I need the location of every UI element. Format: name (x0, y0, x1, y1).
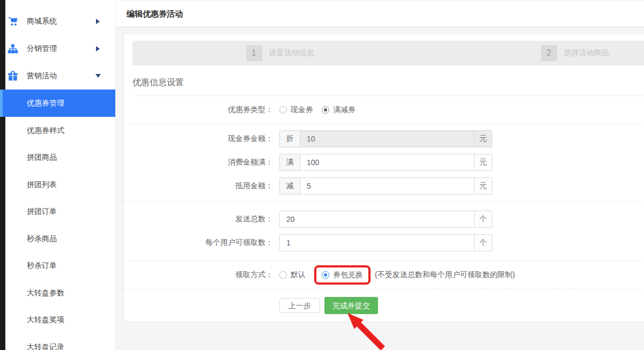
sidebar-menu: 商城系统 分销管理 (0, 0, 115, 350)
sidebar-item-marketing[interactable]: 营销活动 (5, 62, 115, 90)
page-title: 编辑优惠券活动 (127, 1, 183, 27)
coupon-type-row: 优惠券类型： 现金券 满减券 (124, 96, 644, 124)
prefix-addon: 满 (280, 154, 300, 170)
sidebar-item-coupon-style[interactable]: 优惠券样式 (5, 117, 115, 144)
radio-circle-icon (279, 106, 287, 114)
step-1: 1 设置活动信息 (132, 45, 427, 61)
step-2-label: 选择活动商品 (564, 48, 609, 58)
cart-icon (8, 16, 18, 27)
radio-package-exchange[interactable]: 券包兑换 (322, 270, 363, 280)
spend-threshold-label: 消费金额满： (124, 158, 273, 167)
sitemap-icon (8, 43, 18, 54)
sidebar-item-coupon-manage[interactable]: 优惠券管理 (0, 90, 115, 117)
spend-threshold-input[interactable] (300, 154, 474, 170)
chevron-right-icon (96, 46, 100, 51)
spend-threshold-group: 满 元 (279, 154, 492, 171)
send-total-row: 发送总数： 个 (124, 211, 644, 228)
send-total-label: 发送总数： (124, 214, 273, 224)
sidebar-item-seckill-orders[interactable]: 秒杀订单 (5, 252, 115, 279)
receive-method-row: 领取方式： 默认 券包兑换 (不受发送总数和每个用户可领取数的限制) (124, 261, 644, 289)
content-header: 编辑优惠券活动 (116, 0, 644, 27)
per-user-limit-group: 个 (279, 234, 492, 251)
cash-amount-label: 现金券金额： (124, 134, 273, 144)
sidebar-item-groupbuy-list[interactable]: 拼团列表 (5, 171, 115, 198)
highlight-box-annotation: 券包兑换 (314, 265, 371, 285)
radio-circle-icon (279, 271, 287, 279)
cash-amount-row: 现金券金额： 折 元 (124, 130, 644, 147)
sidebar-item-wheel-records[interactable]: 大转盘记录 (5, 333, 115, 350)
submit-button[interactable]: 完成并提交 (324, 297, 378, 314)
radio-cash-coupon[interactable]: 现金券 (279, 105, 313, 115)
deduct-amount-label: 抵用金额： (124, 181, 273, 191)
step-1-label: 设置活动信息 (269, 48, 314, 58)
spend-threshold-row: 消费金额满： 满 元 (124, 154, 644, 171)
radio-circle-icon (322, 271, 329, 279)
sidebar-item-seckill-goods[interactable]: 秒杀商品 (5, 225, 115, 252)
sidebar-item-distribution[interactable]: 分销管理 (5, 35, 115, 62)
coupon-type-label: 优惠券类型： (124, 105, 273, 115)
unit-addon: 元 (474, 131, 492, 147)
coupon-edit-page: { "page": { "title": "编辑优惠券活动" }, "sideb… (0, 0, 644, 350)
step-2: 2 选择活动商品 (427, 45, 644, 61)
coupon-form-panel: 1 设置活动信息 2 选择活动商品 优惠信息设置 优惠券类型： 现金券 满减券 (123, 33, 644, 322)
sidebar-item-groupbuy-goods[interactable]: 拼团商品 (5, 144, 115, 171)
deduct-amount-group: 减 元 (279, 177, 492, 195)
chevron-down-icon (95, 74, 101, 78)
prefix-addon: 减 (280, 178, 300, 194)
section-title: 优惠信息设置 (132, 65, 644, 96)
send-total-input[interactable] (280, 211, 474, 227)
form-actions: 上一步 完成并提交 (124, 289, 644, 314)
sidebar-item-label: 商城系统 (27, 17, 96, 26)
prefix-addon: 折 (280, 131, 300, 147)
amount-rows: 现金券金额： 折 元 消费金额满： 满 元 抵用金额： 减 (124, 124, 644, 202)
per-user-limit-input[interactable] (280, 235, 474, 251)
sidebar-item-mall-system[interactable]: 商城系统 (5, 8, 115, 35)
deduct-amount-input[interactable] (300, 178, 474, 194)
per-user-limit-label: 每个用户可领取数： (124, 238, 273, 248)
prev-step-button[interactable]: 上一步 (279, 298, 320, 313)
step-2-number: 2 (541, 45, 557, 61)
unit-addon: 元 (474, 178, 492, 194)
receive-method-label: 领取方式： (124, 270, 273, 280)
sidebar-item-wheel-params[interactable]: 大转盘参数 (5, 279, 115, 307)
chevron-right-icon (96, 19, 100, 24)
unit-addon: 元 (474, 154, 492, 170)
deduct-amount-row: 抵用金额： 减 元 (124, 177, 644, 195)
cash-amount-group: 折 元 (279, 130, 492, 147)
sidebar: 商城系统 分销管理 (0, 0, 116, 350)
content-area: 1 设置活动信息 2 选择活动商品 优惠信息设置 优惠券类型： 现金券 满减券 (116, 28, 644, 350)
send-total-group: 个 (279, 211, 492, 228)
gift-icon (8, 71, 18, 81)
step-1-number: 1 (246, 45, 262, 61)
radio-circle-icon (322, 106, 329, 114)
wizard-steps: 1 设置活动信息 2 选择活动商品 (132, 41, 644, 65)
radio-threshold-coupon[interactable]: 满减券 (322, 105, 356, 115)
sidebar-item-label: 分销管理 (27, 44, 96, 54)
sidebar-item-wheel-prizes[interactable]: 大转盘奖项 (5, 306, 115, 333)
radio-default-method[interactable]: 默认 (279, 270, 306, 280)
count-rows: 发送总数： 个 每个用户可领取数： 个 (124, 202, 644, 261)
sidebar-item-groupbuy-orders[interactable]: 拼团订单 (5, 198, 115, 225)
sidebar-item-label: 营销活动 (27, 71, 95, 81)
per-user-limit-row: 每个用户可领取数： 个 (124, 234, 644, 251)
unit-addon: 个 (474, 211, 492, 227)
cash-amount-input (300, 131, 474, 147)
unit-addon: 个 (474, 235, 492, 251)
receive-method-hint: (不受发送总数和每个用户可领取数的限制) (375, 270, 515, 280)
